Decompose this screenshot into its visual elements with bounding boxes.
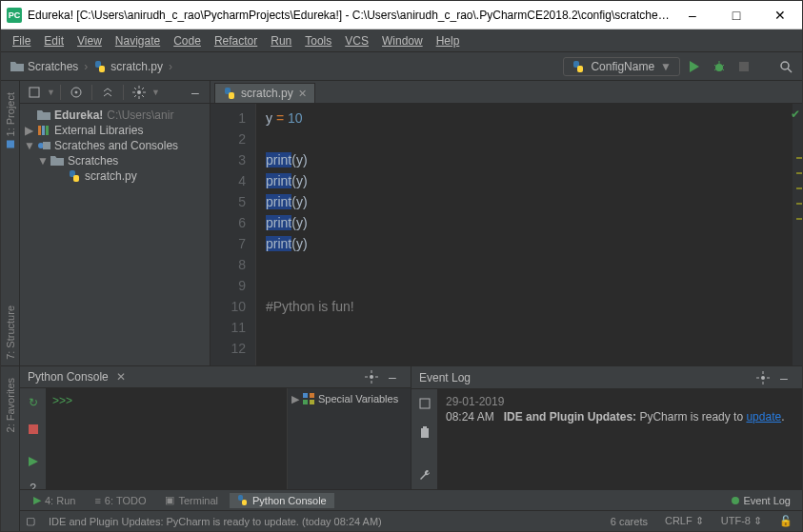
python-console-tab[interactable]: Python Console (230, 493, 334, 508)
clear-icon[interactable] (414, 422, 435, 443)
execute-icon[interactable] (23, 451, 44, 472)
hide-icon[interactable]: – (382, 366, 403, 387)
menu-vcs[interactable]: VCS (339, 32, 374, 49)
close-tab-icon[interactable]: ✕ (298, 88, 307, 100)
svg-rect-13 (30, 88, 39, 97)
svg-line-8 (714, 69, 716, 70)
folder-icon (50, 155, 64, 167)
terminal-tab[interactable]: ▣Terminal (157, 492, 226, 508)
python-icon (237, 495, 249, 506)
project-tree[interactable]: Edureka! C:\Users\anir ▶ External Librar… (20, 104, 210, 187)
toggle-tools-icon[interactable]: ▢ (26, 515, 35, 527)
svg-point-25 (370, 375, 373, 379)
wrench-icon[interactable] (414, 464, 435, 485)
menu-navigate[interactable]: Navigate (110, 32, 166, 49)
tree-path: C:\Users\anir (107, 108, 173, 122)
debug-button[interactable] (709, 56, 730, 77)
chevron-right-icon: › (82, 60, 90, 73)
svg-rect-27 (303, 393, 308, 398)
menu-view[interactable]: View (71, 32, 108, 49)
close-icon[interactable]: ✕ (112, 370, 126, 384)
run-tab[interactable]: ▶4: Run (26, 492, 83, 508)
code-editor[interactable]: 123456789101112 y = 10 print(y) print(y)… (211, 104, 802, 365)
console-toolbar: ↻ ? (20, 388, 47, 502)
svg-rect-30 (310, 400, 314, 404)
hide-icon[interactable]: – (773, 367, 794, 388)
status-line-separator[interactable]: CRLF ⇕ (661, 515, 708, 527)
close-button[interactable]: ✕ (758, 1, 802, 30)
tree-external-libraries[interactable]: ▶ External Libraries (20, 123, 210, 138)
error-stripe[interactable]: ✔ (793, 104, 802, 365)
event-log-pane: Event Log – 29-01-2019 08:24 AM IDE and … (412, 366, 802, 489)
event-log-tab[interactable]: Event Log (726, 493, 796, 508)
run-button[interactable] (684, 56, 705, 77)
inspection-ok-icon: ✔ (791, 108, 800, 121)
scratches-icon (37, 140, 50, 151)
menu-tools[interactable]: Tools (299, 32, 337, 49)
lock-icon[interactable]: 🔓 (775, 515, 796, 527)
editor-tab[interactable]: scratch.py ✕ (214, 83, 315, 103)
menu-window[interactable]: Window (376, 32, 429, 49)
list-icon: ≡ (94, 495, 100, 506)
hide-tool-button[interactable]: – (185, 82, 206, 103)
play-icon: ▶ (33, 494, 41, 506)
project-toolbar: ▼ ▼ – (20, 81, 210, 104)
select-open-file-button[interactable] (24, 82, 45, 103)
tool-settings-button[interactable] (129, 82, 150, 103)
menu-file[interactable]: File (7, 32, 36, 49)
rerun-icon[interactable]: ↻ (23, 392, 44, 413)
code-content[interactable]: y = 10 print(y) print(y) print(y) print(… (256, 104, 354, 365)
search-button[interactable] (775, 56, 796, 77)
svg-rect-22 (73, 175, 79, 182)
svg-rect-24 (229, 92, 234, 99)
scroll-from-source-button[interactable] (66, 82, 87, 103)
expand-arrow-icon[interactable]: ▶ (291, 393, 299, 405)
tree-scratches-folder[interactable]: ▼ Scratches (20, 153, 210, 168)
update-link[interactable]: update (746, 410, 781, 424)
settings-icon[interactable] (753, 367, 773, 388)
run-config-dropdown[interactable]: ConfigName ▼ (563, 57, 680, 76)
svg-rect-33 (238, 495, 243, 501)
breadcrumb[interactable]: Scratches › scratch.py › (7, 58, 178, 75)
nav-toolbar: Scratches › scratch.py › ConfigName ▼ (1, 52, 802, 81)
folder-icon (37, 109, 50, 121)
console-tab[interactable]: Python Console✕ (28, 370, 126, 384)
favorites-tool-tab[interactable]: 2: Favorites (3, 372, 18, 438)
status-encoding[interactable]: UTF-8 ⇕ (717, 515, 766, 527)
stop-button[interactable] (733, 56, 754, 77)
expand-arrow-icon: ▶ (24, 124, 33, 137)
svg-rect-29 (303, 400, 308, 404)
tree-scratches-consoles[interactable]: ▼ Scratches and Consoles (20, 138, 210, 153)
run-config-name: ConfigName (591, 60, 654, 73)
tree-project-root[interactable]: Edureka! C:\Users\anir (20, 108, 210, 123)
project-icon (7, 140, 14, 148)
project-tool-tab[interactable]: 1: Project (3, 87, 18, 153)
status-bar: ▢ IDE and Plugin Updates: PyCharm is rea… (20, 510, 802, 531)
structure-tool-tab[interactable]: 7: Structure (3, 300, 18, 365)
collapse-all-button[interactable] (97, 82, 118, 103)
minimize-button[interactable]: – (671, 1, 714, 30)
console-input[interactable]: >>> (47, 388, 287, 502)
menu-help[interactable]: Help (431, 32, 466, 49)
notification-badge-icon (732, 497, 739, 504)
stop-icon[interactable] (23, 419, 44, 440)
left-tool-tabs-bottom: 2: Favorites (1, 365, 20, 531)
menu-code[interactable]: Code (168, 32, 207, 49)
svg-line-9 (722, 69, 724, 70)
menu-refactor[interactable]: Refactor (209, 32, 263, 49)
maximize-button[interactable]: □ (714, 1, 758, 30)
settings-icon[interactable] (361, 366, 382, 387)
tree-scratch-file[interactable]: scratch.py (20, 168, 210, 184)
python-file-icon (93, 60, 107, 73)
todo-tab[interactable]: ≡6: TODO (87, 493, 153, 508)
project-pane: ▼ ▼ – Edureka! C:\Users\anir ▶ (20, 81, 211, 365)
editor-area: scratch.py ✕ 123456789101112 y = 10 prin… (211, 81, 802, 365)
menu-run[interactable]: Run (265, 32, 297, 49)
variables-pane[interactable]: ▶ Special Variables (287, 388, 411, 502)
event-messages[interactable]: 29-01-2019 08:24 AM IDE and Plugin Updat… (438, 389, 802, 489)
menu-edit[interactable]: Edit (38, 32, 70, 49)
filter-icon[interactable] (414, 393, 435, 414)
svg-point-4 (715, 64, 723, 71)
python-file-icon (68, 169, 81, 183)
python-file-icon (223, 87, 236, 100)
